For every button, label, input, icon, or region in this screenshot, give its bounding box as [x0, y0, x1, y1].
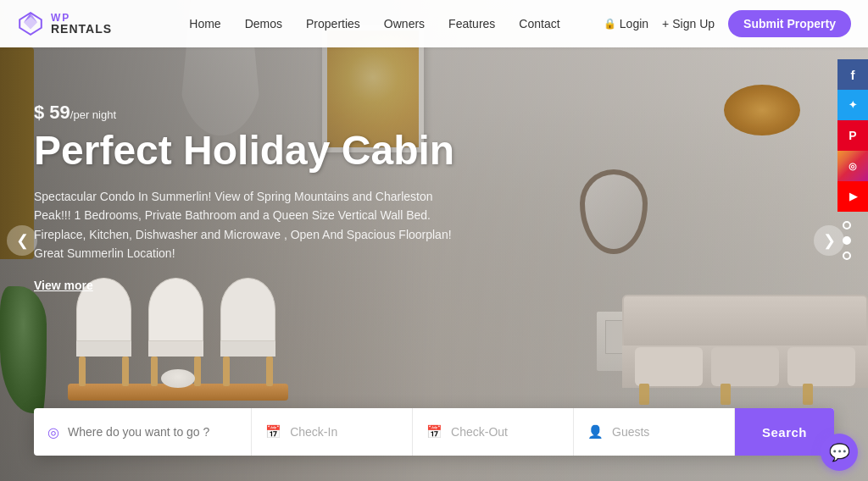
sofa-cushion-1	[635, 347, 703, 386]
chat-button[interactable]: 💬	[821, 434, 858, 471]
location-field: ◎	[34, 408, 252, 456]
nav-properties[interactable]: Properties	[306, 17, 360, 30]
logo-text: WP RENTALS	[51, 13, 112, 35]
nav-links: Home Demos Properties Owners Features Co…	[146, 17, 604, 30]
price-tag: $ 59/per night	[34, 102, 458, 124]
nav-demos[interactable]: Demos	[245, 17, 282, 30]
lock-icon: 🔒	[604, 18, 616, 30]
logo-rentals: RENTALS	[51, 23, 112, 35]
fruit-bowl	[161, 369, 195, 388]
carousel-next-button[interactable]: ❯	[814, 225, 844, 256]
hero-content: $ 59/per night Perfect Holiday Cabin Spe…	[34, 102, 458, 293]
facebook-icon: f	[851, 68, 855, 82]
hero-description: Spectacular Condo In Summerlin! View of …	[34, 187, 458, 263]
nav-home[interactable]: Home	[189, 17, 220, 30]
sofa-cushion-3	[787, 347, 855, 386]
hero-title: Perfect Holiday Cabin	[34, 129, 458, 174]
guests-placeholder: Guests	[612, 425, 649, 439]
sofa-legs	[639, 384, 860, 405]
facebook-button[interactable]: f	[837, 59, 868, 90]
twitter-icon: ✦	[849, 99, 857, 111]
chat-icon: 💬	[829, 442, 850, 462]
nav-owners[interactable]: Owners	[384, 17, 425, 30]
carousel-dot-2[interactable]	[843, 236, 851, 245]
carousel-prev-button[interactable]: ❮	[7, 225, 37, 256]
dining-chair-1	[72, 278, 136, 388]
checkout-placeholder: Check-Out	[451, 425, 508, 439]
location-input[interactable]	[68, 425, 237, 439]
nav-contact[interactable]: Contact	[519, 17, 559, 30]
price-per: /per night	[70, 108, 116, 121]
signup-button[interactable]: + Sign Up	[662, 17, 715, 30]
plus-icon: +	[662, 17, 669, 30]
instagram-icon: ◎	[849, 161, 857, 172]
logo-icon	[17, 10, 44, 37]
signup-label: Sign Up	[672, 17, 715, 30]
hero-section: WP RENTALS Home Demos Properties Owners …	[0, 0, 868, 481]
nav-right: 🔒 Login + Sign Up Submit Property	[604, 10, 851, 37]
youtube-button[interactable]: ▶	[837, 181, 868, 212]
checkin-field[interactable]: 📅 Check-In	[252, 408, 413, 456]
submit-property-button[interactable]: Submit Property	[728, 10, 851, 37]
social-sidebar: f ✦ P ◎ ▶	[837, 59, 868, 212]
login-label: Login	[620, 17, 648, 30]
view-more-link[interactable]: View more	[34, 279, 93, 292]
search-button[interactable]: Search	[735, 408, 834, 456]
youtube-icon: ▶	[849, 191, 857, 202]
location-icon: ◎	[47, 424, 59, 440]
search-bar: ◎ 📅 Check-In 📅 Check-Out 👤 Guests Search	[34, 408, 834, 456]
sofa-cushion-2	[711, 347, 779, 386]
carousel-dot-3[interactable]	[843, 252, 851, 260]
svg-marker-1	[24, 17, 37, 29]
checkin-placeholder: Check-In	[290, 425, 337, 439]
guests-icon: 👤	[587, 424, 604, 440]
logo[interactable]: WP RENTALS	[17, 10, 112, 37]
checkout-field[interactable]: 📅 Check-Out	[413, 408, 574, 456]
price-amount: 59	[49, 102, 70, 123]
navbar: WP RENTALS Home Demos Properties Owners …	[0, 0, 868, 47]
login-button[interactable]: 🔒 Login	[604, 17, 648, 30]
carousel-dot-1[interactable]	[843, 221, 851, 229]
price-symbol: $	[34, 102, 49, 123]
carousel-dots	[843, 221, 851, 260]
guests-field[interactable]: 👤 Guests	[574, 408, 735, 456]
pinterest-button[interactable]: P	[837, 120, 868, 151]
pinterest-icon: P	[849, 129, 856, 142]
twitter-button[interactable]: ✦	[837, 90, 868, 120]
instagram-button[interactable]: ◎	[837, 151, 868, 181]
nav-features[interactable]: Features	[448, 17, 495, 30]
dining-chair-3	[216, 278, 280, 388]
checkout-calendar-icon: 📅	[426, 424, 442, 440]
checkin-calendar-icon: 📅	[265, 424, 281, 440]
